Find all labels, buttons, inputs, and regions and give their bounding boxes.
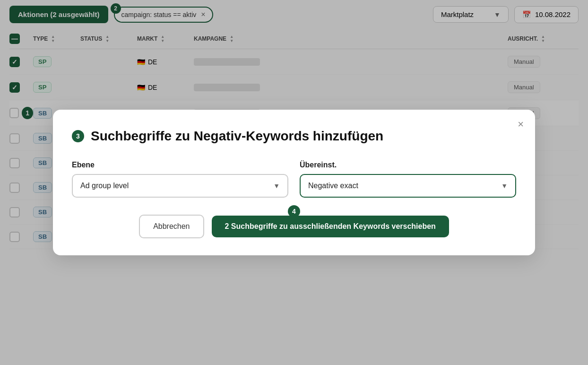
- ebene-chevron-icon: ▼: [273, 182, 280, 190]
- ubereinstimmung-chevron-icon: ▼: [501, 182, 508, 190]
- modal-title: Suchbegriffe zu Negativ-Keywords hinzufü…: [91, 129, 383, 144]
- ubereinstimmung-field-group: Übereinst. Negative exact ▼: [300, 161, 516, 198]
- ebene-select[interactable]: Ad group level ▼: [72, 174, 288, 198]
- step-3-badge: 3: [72, 130, 84, 142]
- modal-dialog: × 3 Suchbegriffe zu Negativ-Keywords hin…: [53, 110, 535, 255]
- ebene-field-group: Ebene Ad group level ▼: [72, 161, 288, 198]
- confirm-button[interactable]: 2 Suchbegriffe zu ausschließenden Keywor…: [212, 216, 449, 237]
- modal-footer: 4 Abbrechen 2 Suchbegriffe zu ausschließ…: [72, 215, 516, 238]
- modal-overlay: × 3 Suchbegriffe zu Negativ-Keywords hin…: [0, 0, 588, 365]
- step-4-badge: 4: [288, 205, 300, 217]
- ubereinstimmung-select[interactable]: Negative exact ▼: [300, 174, 516, 198]
- modal-close-button[interactable]: ×: [518, 119, 524, 130]
- ubereinstimmung-label: Übereinst.: [300, 161, 516, 169]
- modal-fields: Ebene Ad group level ▼ Übereinst. Negati…: [72, 161, 516, 198]
- ebene-value: Ad group level: [80, 182, 129, 190]
- modal-title-row: 3 Suchbegriffe zu Negativ-Keywords hinzu…: [72, 129, 516, 144]
- ebene-label: Ebene: [72, 161, 288, 169]
- ubereinstimmung-value: Negative exact: [308, 182, 358, 190]
- cancel-button[interactable]: Abbrechen: [139, 215, 204, 238]
